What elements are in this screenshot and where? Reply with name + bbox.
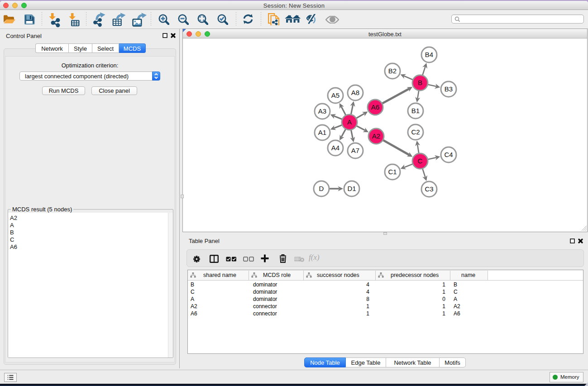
svg-text:A4: A4 [331,144,339,152]
svg-text:C: C [418,157,423,165]
svg-text:A6: A6 [371,103,379,111]
svg-text:A: A [347,118,352,126]
svg-text:B3: B3 [445,85,453,93]
svg-text:C3: C3 [425,185,433,193]
svg-text:D: D [319,185,324,192]
svg-text:C4: C4 [444,151,453,158]
svg-text:B2: B2 [388,67,397,75]
svg-text:C1: C1 [388,168,397,176]
svg-text:A1: A1 [318,129,326,136]
svg-text:B1: B1 [411,107,420,114]
svg-text:A3: A3 [318,107,326,115]
svg-text:A5: A5 [331,91,339,99]
svg-text:A7: A7 [351,147,359,154]
svg-text:A2: A2 [372,132,380,140]
svg-text:C2: C2 [411,128,420,136]
svg-text:A8: A8 [351,89,359,96]
svg-text:B4: B4 [425,51,433,58]
svg-text:B: B [418,79,422,86]
svg-text:D1: D1 [347,185,356,192]
